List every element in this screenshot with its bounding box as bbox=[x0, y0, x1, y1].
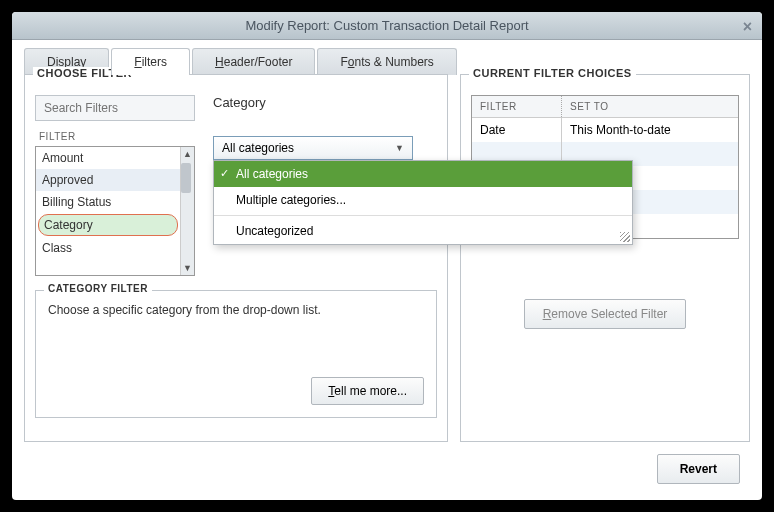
filter-column-header: FILTER bbox=[35, 131, 195, 142]
dialog-footer: Revert bbox=[12, 454, 762, 500]
revert-button[interactable]: Revert bbox=[657, 454, 740, 484]
filter-list: Amount Approved Billing Status Category … bbox=[35, 146, 195, 276]
titlebar: Modify Report: Custom Transaction Detail… bbox=[12, 12, 762, 40]
choice-setto: This Month-to-date bbox=[562, 118, 738, 142]
category-label: Category bbox=[213, 95, 437, 110]
dd-item-uncategorized[interactable]: Uncategorized bbox=[214, 218, 632, 244]
filter-item-approved[interactable]: Approved bbox=[36, 169, 180, 191]
category-dropdown-button[interactable]: All categories ▼ bbox=[213, 136, 413, 160]
choices-header-setto: SET TO bbox=[562, 96, 738, 117]
current-choices-label: CURRENT FILTER CHOICES bbox=[469, 67, 636, 79]
tab-header-footer[interactable]: Header/Footer bbox=[192, 48, 315, 75]
filter-scrollbar[interactable]: ▲ ▼ bbox=[180, 147, 194, 275]
scroll-down-icon[interactable]: ▼ bbox=[181, 261, 194, 275]
choices-header-filter: FILTER bbox=[472, 96, 562, 117]
tab-bar: Display Filters Header/Footer Fonts & Nu… bbox=[12, 40, 762, 75]
dropdown-menu: All categories Multiple categories... Un… bbox=[213, 160, 633, 245]
filter-item-class[interactable]: Class bbox=[36, 237, 180, 259]
category-filter-text: Choose a specific category from the drop… bbox=[48, 303, 424, 317]
tab-fonts-numbers[interactable]: Fonts & Numbers bbox=[317, 48, 456, 75]
category-filter-box: CATEGORY FILTER Choose a specific catego… bbox=[35, 290, 437, 418]
choose-filter-panel: CHOOSE FILTER FILTER Amount Approved Bil… bbox=[24, 74, 448, 442]
category-dropdown: All categories ▼ All categories Multiple… bbox=[213, 136, 437, 160]
tab-filters[interactable]: Filters bbox=[111, 48, 190, 75]
table-row[interactable]: Date This Month-to-date bbox=[472, 118, 738, 142]
dropdown-value: All categories bbox=[222, 141, 294, 155]
close-icon[interactable]: × bbox=[743, 18, 752, 36]
filter-item-category[interactable]: Category bbox=[38, 214, 178, 236]
choice-filter: Date bbox=[472, 118, 562, 142]
dd-item-multiple-categories[interactable]: Multiple categories... bbox=[214, 187, 632, 213]
filter-item-amount[interactable]: Amount bbox=[36, 147, 180, 169]
resize-handle-icon[interactable] bbox=[620, 232, 630, 242]
tell-me-more-button[interactable]: Tell me more... bbox=[311, 377, 424, 405]
window-title: Modify Report: Custom Transaction Detail… bbox=[245, 18, 528, 33]
scroll-up-icon[interactable]: ▲ bbox=[181, 147, 194, 161]
dd-item-all-categories[interactable]: All categories bbox=[214, 161, 632, 187]
filter-item-billing-status[interactable]: Billing Status bbox=[36, 191, 180, 213]
scroll-thumb[interactable] bbox=[181, 163, 191, 193]
remove-selected-filter-button[interactable]: Remove Selected Filter bbox=[524, 299, 687, 329]
current-filter-choices-panel: CURRENT FILTER CHOICES FILTER SET TO Dat… bbox=[460, 74, 750, 442]
search-filters-input[interactable] bbox=[35, 95, 195, 121]
modify-report-dialog: Modify Report: Custom Transaction Detail… bbox=[12, 12, 762, 500]
chevron-down-icon: ▼ bbox=[395, 143, 404, 153]
category-filter-title: CATEGORY FILTER bbox=[44, 283, 152, 294]
